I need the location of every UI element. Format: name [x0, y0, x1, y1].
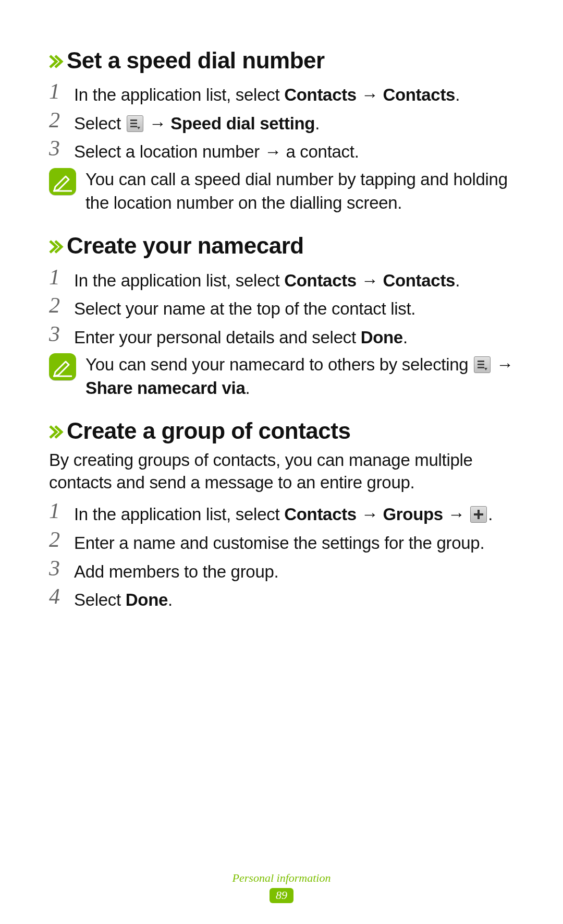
bold-text: Contacts — [284, 85, 357, 104]
step-text: Select → Speed dial setting. — [74, 111, 519, 136]
text: In the application list, select — [74, 85, 284, 104]
text: . — [455, 271, 460, 290]
step-number: 3 — [49, 137, 74, 159]
arrow-text: → — [357, 271, 383, 290]
text: Enter your personal details and select — [74, 328, 361, 347]
step-item: 1 In the application list, select Contac… — [49, 78, 519, 107]
step-text: Add members to the group. — [74, 559, 519, 584]
section-namecard: Create your namecard 1 In the applicatio… — [49, 233, 519, 400]
heading-text: Create a group of contacts — [67, 418, 350, 443]
step-number: 4 — [49, 585, 74, 607]
step-number: 2 — [49, 529, 74, 550]
arrow-text: → — [357, 505, 383, 524]
text: . — [455, 85, 460, 104]
step-item: 4 Select Done. — [49, 583, 519, 612]
text: . — [245, 378, 250, 398]
steps-list: 1 In the application list, select Contac… — [49, 78, 519, 164]
text: Select — [74, 114, 126, 133]
section-intro: By creating groups of contacts, you can … — [49, 449, 519, 494]
step-item: 2 Select your name at the top of the con… — [49, 292, 519, 321]
text: . — [168, 590, 173, 609]
bold-text: Done — [126, 590, 168, 609]
step-number: 1 — [49, 500, 74, 522]
text: . — [403, 328, 408, 347]
page-footer: Personal information 89 — [0, 871, 563, 903]
step-number: 2 — [49, 294, 74, 316]
note-text: You can call a speed dial number by tapp… — [85, 168, 519, 214]
step-text: Enter a name and customise the settings … — [74, 531, 519, 555]
step-number: 3 — [49, 323, 74, 345]
step-item: 2 Enter a name and customise the setting… — [49, 526, 519, 555]
page-number: 89 — [270, 888, 293, 903]
step-text: In the application list, select Contacts… — [74, 82, 519, 107]
double-chevron-icon — [49, 234, 64, 259]
heading-text: Create your namecard — [67, 233, 304, 258]
step-item: 3 Enter your personal details and select… — [49, 321, 519, 350]
bold-text: Contacts — [284, 271, 357, 290]
text: You can send your namecard to others by … — [85, 355, 473, 374]
text: In the application list, select — [74, 271, 284, 290]
step-text: Select a location number → a contact. — [74, 139, 519, 164]
step-text: Select Done. — [74, 587, 519, 612]
step-item: 1 In the application list, select Contac… — [49, 264, 519, 293]
steps-list: 1 In the application list, select Contac… — [49, 264, 519, 350]
double-chevron-icon — [49, 419, 64, 444]
arrow-text: → — [357, 85, 383, 104]
section-heading: Create your namecard — [49, 233, 519, 258]
step-number: 3 — [49, 557, 74, 579]
bold-text: Share namecard via — [85, 378, 245, 398]
bold-text: Contacts — [383, 85, 455, 104]
step-text: In the application list, select Contacts… — [74, 268, 519, 293]
bold-text: Contacts — [383, 271, 455, 290]
note-icon — [49, 168, 76, 195]
note-icon — [49, 353, 76, 380]
section-heading: Create a group of contacts — [49, 418, 519, 443]
page-content: Set a speed dial number 1 In the applica… — [0, 0, 563, 612]
step-number: 1 — [49, 80, 74, 102]
step-item: 1 In the application list, select Contac… — [49, 498, 519, 526]
step-text: Select your name at the top of the conta… — [74, 296, 519, 321]
note-text: You can send your namecard to others by … — [85, 353, 519, 400]
step-item: 3 Add members to the group. — [49, 555, 519, 584]
step-number: 2 — [49, 109, 74, 131]
note-callout: You can send your namecard to others by … — [49, 353, 519, 400]
step-text: Enter your personal details and select D… — [74, 325, 519, 350]
footer-chapter: Personal information — [0, 871, 563, 885]
arrow-text: → — [144, 114, 170, 133]
menu-icon — [474, 356, 491, 373]
bold-text: Contacts — [284, 505, 357, 524]
plus-icon — [470, 506, 487, 523]
step-item: 3 Select a location number → a contact. — [49, 135, 519, 164]
text: . — [488, 505, 493, 524]
arrow-text: → — [443, 505, 469, 524]
step-item: 2 Select → Speed dial setting. — [49, 107, 519, 136]
heading-text: Set a speed dial number — [67, 47, 325, 73]
document-page: Set a speed dial number 1 In the applica… — [0, 0, 563, 924]
step-number: 1 — [49, 266, 74, 288]
section-speed-dial: Set a speed dial number 1 In the applica… — [49, 48, 519, 214]
menu-icon — [127, 115, 143, 132]
steps-list: 1 In the application list, select Contac… — [49, 498, 519, 611]
arrow-text: → — [492, 355, 513, 374]
section-group-contacts: Create a group of contacts By creating g… — [49, 418, 519, 611]
double-chevron-icon — [49, 49, 64, 74]
step-text: In the application list, select Contacts… — [74, 502, 519, 526]
bold-text: Done — [361, 328, 403, 347]
text: In the application list, select — [74, 505, 284, 524]
bold-text: Groups — [383, 505, 443, 524]
note-callout: You can call a speed dial number by tapp… — [49, 168, 519, 214]
text: . — [315, 114, 320, 133]
bold-text: Speed dial setting — [170, 114, 315, 133]
text: Select — [74, 590, 126, 609]
section-heading: Set a speed dial number — [49, 48, 519, 73]
